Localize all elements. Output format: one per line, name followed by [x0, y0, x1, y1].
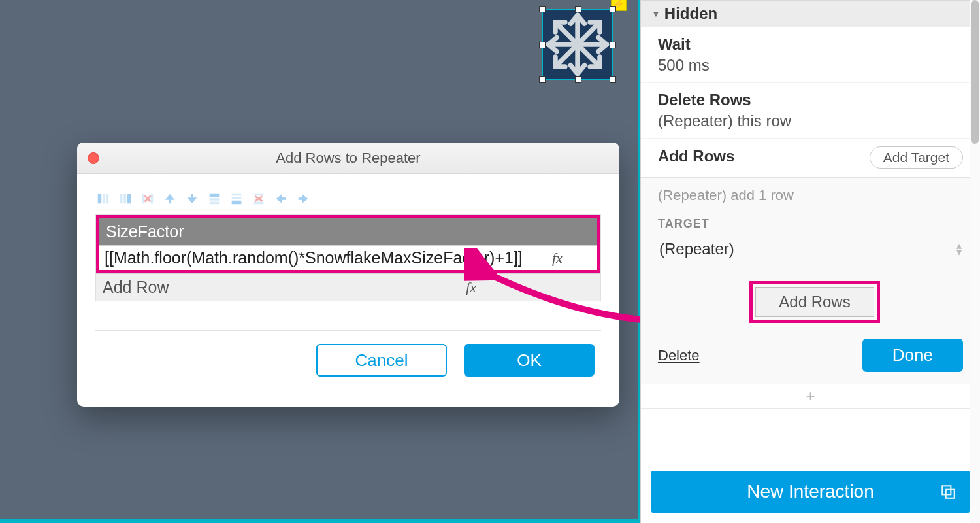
selected-snowflake-widget[interactable]: ⚡ — [542, 9, 613, 80]
svg-rect-14 — [169, 199, 171, 203]
svg-rect-8 — [120, 194, 123, 204]
svg-rect-10 — [142, 194, 145, 204]
interactions-panel: ▼ Hidden Wait 500 ms Delete Rows (Repeat… — [640, 0, 980, 523]
svg-rect-6 — [106, 194, 109, 204]
resize-handle[interactable] — [539, 76, 546, 83]
delete-link[interactable]: Delete — [658, 347, 700, 364]
svg-rect-23 — [254, 202, 264, 205]
move-right-icon[interactable] — [295, 191, 311, 207]
svg-rect-5 — [103, 194, 105, 204]
add-case-button[interactable]: + — [641, 384, 980, 409]
target-value: (Repeater) — [659, 240, 734, 258]
dialog-title: Add Rows to Repeater — [77, 150, 619, 167]
add-row[interactable]: Add Row fx — [96, 273, 600, 301]
target-label: TARGET — [658, 217, 963, 231]
duplicate-icon[interactable] — [938, 482, 958, 501]
new-interaction-label: New Interaction — [747, 481, 874, 502]
svg-rect-18 — [210, 202, 220, 205]
add-rows-subpanel: (Repeater) add 1 row TARGET (Repeater) ▴… — [641, 177, 980, 384]
delete-row-icon[interactable] — [251, 191, 267, 207]
svg-rect-22 — [254, 194, 264, 196]
chevron-updown-icon: ▴▾ — [956, 243, 962, 256]
cell-value[interactable]: [[Math.floor(Math.random()*SnowflakeMaxS… — [105, 248, 523, 267]
case-sub: 500 ms — [658, 56, 963, 75]
fx-icon[interactable]: fx — [523, 250, 592, 267]
insert-col-left-icon[interactable] — [95, 191, 111, 207]
case-title: Add Rows — [658, 147, 734, 165]
move-up-icon[interactable] — [162, 191, 178, 207]
resize-handle[interactable] — [539, 42, 546, 48]
done-button[interactable]: Done — [862, 339, 963, 372]
case-title: Wait — [658, 35, 963, 54]
svg-rect-11 — [151, 194, 154, 204]
svg-rect-19 — [232, 201, 242, 205]
add-target-button[interactable]: Add Target — [870, 146, 963, 169]
add-rows-button[interactable]: Add Rows — [755, 287, 874, 317]
highlight-box: Add Rows — [749, 281, 880, 323]
insert-row-below-icon[interactable] — [229, 191, 244, 207]
case-add-rows[interactable]: Add Rows Add Target — [641, 139, 980, 177]
svg-rect-27 — [299, 197, 302, 200]
resize-handle[interactable] — [610, 76, 616, 83]
table-toolbar — [95, 191, 601, 207]
svg-rect-17 — [210, 198, 220, 201]
subpanel-summary: (Repeater) add 1 row — [658, 187, 963, 204]
svg-rect-16 — [210, 194, 220, 197]
new-interaction-button[interactable]: New Interaction — [651, 471, 970, 513]
cancel-button[interactable]: Cancel — [316, 344, 447, 377]
insert-row-above-icon[interactable] — [206, 191, 222, 207]
target-select[interactable]: (Repeater) ▴▾ — [658, 236, 963, 265]
resize-handle[interactable] — [575, 76, 581, 83]
highlight-box: SizeFactor [[Math.floor(Math.random()*Sn… — [96, 215, 600, 273]
delete-col-icon[interactable] — [140, 191, 155, 207]
move-left-icon[interactable] — [273, 191, 289, 207]
resize-handle[interactable] — [610, 6, 616, 12]
insert-col-right-icon[interactable] — [118, 191, 133, 207]
case-sub: (Repeater) this row — [658, 112, 963, 130]
svg-rect-7 — [127, 194, 131, 204]
svg-rect-26 — [282, 197, 286, 200]
add-rows-dialog: Add Rows to Repeater SizeFactor [[Ma — [77, 143, 619, 407]
scrollbar-track[interactable] — [970, 0, 980, 523]
ok-button[interactable]: OK — [464, 344, 595, 377]
scrollbar-thumb[interactable] — [971, 0, 979, 144]
fx-icon[interactable]: fx — [348, 279, 594, 296]
move-down-icon[interactable] — [184, 191, 200, 207]
dialog-titlebar[interactable]: Add Rows to Repeater — [77, 143, 619, 174]
add-row-label: Add Row — [103, 278, 348, 297]
svg-rect-9 — [123, 194, 126, 204]
section-header[interactable]: ▼ Hidden — [641, 0, 980, 27]
case-wait[interactable]: Wait 500 ms — [641, 27, 980, 83]
resize-handle[interactable] — [610, 42, 616, 48]
collapse-icon[interactable]: ▼ — [651, 8, 661, 19]
svg-rect-15 — [191, 194, 193, 198]
section-title: Hidden — [664, 5, 717, 23]
rows-table: SizeFactor [[Math.floor(Math.random()*Sn… — [95, 214, 601, 301]
case-title: Delete Rows — [658, 91, 963, 109]
resize-handle[interactable] — [575, 6, 581, 12]
close-icon[interactable] — [88, 152, 99, 164]
svg-rect-21 — [232, 197, 242, 199]
cell-row[interactable]: [[Math.floor(Math.random()*SnowflakeMaxS… — [99, 245, 597, 270]
resize-handle[interactable] — [539, 6, 546, 12]
column-header[interactable]: SizeFactor — [99, 218, 597, 245]
svg-rect-20 — [232, 194, 242, 196]
design-canvas[interactable]: ⚡ Add Rows to Repeater — [0, 0, 640, 523]
svg-rect-4 — [98, 194, 102, 204]
case-delete-rows[interactable]: Delete Rows (Repeater) this row — [641, 83, 980, 139]
